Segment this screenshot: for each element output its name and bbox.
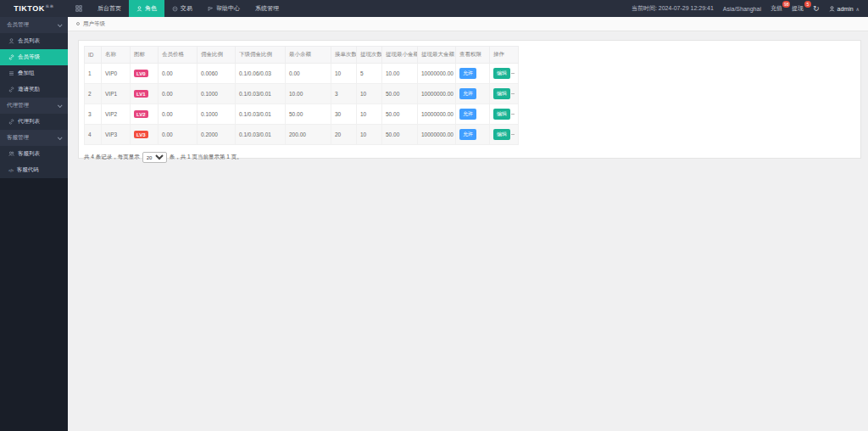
users-icon (8, 151, 14, 157)
cell-commission: 0.1000 (198, 104, 236, 125)
cell-withdraw-min: 10.00 (382, 64, 418, 84)
group-title: 代理管理 (7, 102, 29, 109)
col-header-commission: 佣金比例 (198, 47, 236, 64)
cell-price: 0.00 (159, 84, 198, 104)
edit-button[interactable]: 编辑 (493, 109, 510, 120)
dot-icon (76, 22, 80, 25)
cell-order-count: 30 (331, 104, 357, 125)
cell-sub-commission: 0.1/0.03/0.01 (236, 104, 286, 125)
sidebar-item-label: 会员等级 (18, 53, 40, 61)
sidebar-item-invite-reward[interactable]: 邀请奖励 (0, 81, 68, 98)
current-time: 当前时间: 2024-07-29 12:29:41 (632, 4, 714, 13)
table-row: 1 VIP0 LV0 0.00 0.0060 0.1/0.06/0.03 0.0… (85, 64, 519, 84)
sidebar-group-agent-mgmt[interactable]: 代理管理 (0, 98, 68, 114)
sidebar-item-label: 会员列表 (18, 37, 40, 45)
sidebar-group-member-mgmt[interactable]: 会员管理 (0, 17, 68, 33)
cell-id: 1 (85, 64, 102, 84)
cell-commission: 0.1000 (198, 84, 236, 104)
cell-name: VIP1 (102, 84, 131, 104)
sidebar-item-support-code[interactable]: </> 客服代码 (0, 162, 68, 178)
cell-withdraw-max: 10000000.00 (418, 104, 456, 125)
sidebar-group-support-mgmt[interactable]: 客服管理 (0, 130, 68, 146)
sidebar-item-label: 代理列表 (18, 118, 40, 126)
cell-actions: 编辑 (490, 84, 519, 104)
edit-button[interactable]: 编辑 (493, 68, 510, 79)
action-dash (511, 73, 515, 74)
cell-id: 2 (85, 84, 102, 104)
nav-item-roles[interactable]: 角色 (129, 0, 164, 17)
cell-order-count: 3 (331, 84, 357, 104)
page-size-select[interactable]: 20 (142, 152, 167, 163)
table-row: 4 VIP3 LV3 0.00 0.2000 0.1/0.03/0.01 200… (85, 125, 519, 145)
cell-icon: LV2 (131, 104, 159, 125)
sidebar-item-stack-group[interactable]: 叠加组 (0, 65, 68, 81)
withdraw-link[interactable]: 提现 5 (792, 4, 804, 13)
sidebar-item-member-level[interactable]: 会员等级 (0, 49, 68, 65)
nav-item-system-settings[interactable]: 系统管理 (248, 0, 287, 17)
cell-actions: 编辑 (490, 125, 519, 145)
sidebar: 会员管理 会员列表 会员等级 叠加组 邀请奖励 代理管理 代理列表 客服管理 客… (0, 17, 68, 431)
person-icon (8, 38, 14, 44)
group-title: 客服管理 (7, 134, 29, 142)
cell-id: 3 (85, 104, 102, 125)
level-badge: LV0 (134, 70, 148, 77)
pagination-text-after: 条，共 1 页当前显示第 1 页。 (170, 154, 242, 161)
sidebar-item-support-list[interactable]: 客服列表 (0, 146, 68, 162)
col-header-price: 会员价格 (159, 47, 198, 64)
allow-button[interactable]: 允许 (459, 109, 476, 120)
nav-item-help-center[interactable]: 帮助中心 (200, 0, 248, 17)
nav-item-dashboard[interactable]: 后台首页 (90, 0, 129, 17)
cell-price: 0.00 (159, 64, 198, 84)
level-badge: LV3 (134, 131, 148, 138)
app-logo[interactable]: TIKTOK抢单 (0, 4, 68, 13)
cell-icon: LV1 (131, 84, 159, 104)
cell-sub-commission: 0.1/0.03/0.01 (236, 125, 286, 145)
nav-menu-toggle[interactable] (68, 0, 90, 17)
col-header-order-count: 接单次数 (331, 47, 357, 64)
col-header-view-permission: 查看权限 (456, 47, 490, 64)
main-content: ID 名称 图标 会员价格 佣金比例 下级佣金比例 最小余额 接单次数 提现次数… (68, 31, 868, 431)
cell-withdraw-max: 10000000.00 (418, 64, 456, 84)
sidebar-item-label: 邀请奖励 (18, 86, 40, 93)
col-header-icon: 图标 (131, 47, 159, 64)
edit-button[interactable]: 编辑 (493, 88, 510, 99)
nav-label: 交易 (181, 4, 192, 13)
recharge-link[interactable]: 充值 98 (771, 4, 782, 13)
breadcrumb-label[interactable]: 用户等级 (83, 20, 105, 28)
chevron-down-icon (58, 103, 63, 108)
allow-button[interactable]: 允许 (459, 129, 476, 140)
level-badge: LV1 (134, 90, 148, 98)
person-icon (136, 6, 142, 12)
code-icon: </> (8, 168, 14, 173)
allow-button[interactable]: 允许 (459, 68, 476, 79)
sidebar-item-member-list[interactable]: 会员列表 (0, 33, 68, 49)
action-dash (511, 93, 515, 94)
cell-commission: 0.2000 (198, 125, 236, 145)
sidebar-item-label: 客服代码 (17, 166, 39, 174)
nav-label: 系统管理 (255, 4, 279, 13)
cell-min-balance: 0.00 (286, 64, 331, 84)
refresh-icon[interactable]: ↻ (813, 4, 820, 13)
table-card: ID 名称 图标 会员价格 佣金比例 下级佣金比例 最小余额 接单次数 提现次数… (78, 40, 861, 159)
edit-button[interactable]: 编辑 (493, 129, 510, 140)
link-icon (8, 54, 14, 60)
admin-menu[interactable]: admin ∧ (829, 6, 860, 12)
withdraw-label: 提现 (792, 5, 804, 11)
coin-icon (172, 6, 178, 12)
pagination-text-before: 共 4 条记录，每页显示 (84, 154, 140, 161)
top-nav: 后台首页 角色 交易 帮助中心 系统管理 (68, 0, 287, 17)
sidebar-item-label: 客服列表 (18, 150, 40, 158)
timezone-label: Asia/Shanghai (723, 6, 761, 12)
allow-button[interactable]: 允许 (459, 88, 476, 99)
cell-name: VIP0 (102, 64, 131, 84)
user-icon (829, 6, 835, 12)
sidebar-item-label: 叠加组 (18, 70, 35, 77)
pagination: 共 4 条记录，每页显示 20 条，共 1 页当前显示第 1 页。 (84, 152, 855, 163)
nav-item-transactions[interactable]: 交易 (164, 0, 200, 17)
cell-sub-commission: 0.1/0.06/0.03 (236, 64, 286, 84)
sidebar-item-agent-list[interactable]: 代理列表 (0, 114, 68, 130)
megaphone-icon (208, 6, 214, 12)
group-title: 会员管理 (7, 21, 29, 29)
col-header-withdraw-min: 提现最小金额 (382, 47, 418, 64)
cell-withdraw-max: 10000000.00 (418, 84, 456, 104)
